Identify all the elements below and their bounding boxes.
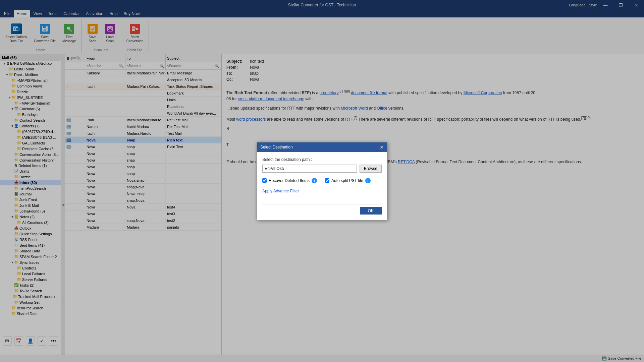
modal-close-button[interactable]: ✕ xyxy=(380,144,384,150)
destination-path-input[interactable] xyxy=(262,165,357,173)
recover-deleted-info[interactable]: i xyxy=(312,178,317,183)
recover-deleted-option: Recover Deleted Items i xyxy=(262,178,317,183)
modal-overlay: Select Destination ✕ Select the destinat… xyxy=(0,0,644,362)
ok-button[interactable]: OK xyxy=(360,207,382,215)
auto-split-info[interactable]: i xyxy=(365,178,371,183)
advance-filter-link[interactable]: Apply Advance Filter xyxy=(262,189,299,193)
select-destination-dialog: Select Destination ✕ Select the destinat… xyxy=(257,142,387,220)
recover-deleted-checkbox[interactable] xyxy=(262,178,267,183)
modal-footer: OK xyxy=(262,204,382,215)
modal-titlebar: Select Destination ✕ xyxy=(257,142,387,152)
modal-title: Select Destination xyxy=(260,145,293,149)
auto-split-option: Auto split PST file i xyxy=(325,178,371,183)
auto-split-label: Auto split PST file xyxy=(331,178,363,183)
modal-body: Select the destination path : Browse Rec… xyxy=(257,152,387,220)
browse-button[interactable]: Browse xyxy=(360,165,382,173)
modal-path-label: Select the destination path : xyxy=(262,157,382,162)
recover-deleted-label: Recover Deleted Items xyxy=(269,178,310,183)
auto-split-checkbox[interactable] xyxy=(325,178,329,183)
modal-options: Recover Deleted Items i Auto split PST f… xyxy=(262,178,382,183)
modal-path-row: Browse xyxy=(262,165,382,173)
